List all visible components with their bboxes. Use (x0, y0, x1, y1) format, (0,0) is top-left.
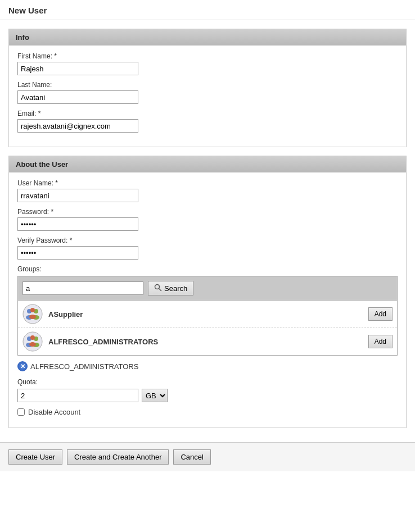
last-name-group: Last Name: (17, 81, 398, 104)
verify-password-input[interactable] (17, 246, 138, 260)
disable-account-group: Disable Account (17, 408, 398, 416)
disable-account-label: Disable Account (28, 408, 80, 416)
quota-unit-select[interactable]: GB MB KB (142, 389, 168, 402)
quota-row: GB MB KB (17, 389, 398, 402)
search-button[interactable]: Search (148, 281, 193, 295)
username-group: User Name: * (17, 179, 398, 202)
selected-groups: ✕ ALFRESCO_ADMINISTRATORS (17, 361, 398, 371)
first-name-group: First Name: * (17, 52, 398, 75)
add-asupplier-button[interactable]: Add (368, 307, 393, 321)
last-name-label: Last Name: (17, 81, 398, 89)
svg-point-15 (29, 342, 36, 347)
about-section-header: About the User (9, 156, 406, 172)
group-results: ASupplier Add (17, 301, 398, 356)
username-label: User Name: * (17, 179, 398, 187)
groups-search-input[interactable] (22, 281, 143, 295)
groups-label: Groups: (17, 265, 398, 273)
search-icon (154, 284, 162, 293)
svg-point-8 (29, 315, 36, 319)
password-group: Password: * (17, 208, 398, 231)
add-alfresco-button[interactable]: Add (368, 335, 393, 348)
groups-section: Groups: Search (17, 265, 398, 356)
svg-line-1 (159, 288, 162, 291)
email-group: Email: * (17, 110, 398, 133)
disable-account-checkbox[interactable] (17, 408, 25, 416)
info-section: Info First Name: * Last Name: Email: * (8, 29, 407, 147)
username-input[interactable] (17, 189, 138, 202)
about-section: About the User User Name: * Password: * … (8, 156, 407, 428)
create-and-create-another-button[interactable]: Create and Create Another (67, 449, 169, 465)
group-item: ALFRESCO_ADMINISTRATORS Add (18, 328, 397, 355)
svg-point-0 (155, 284, 160, 289)
verify-password-label: Verify Password: * (17, 237, 398, 244)
quota-section: Quota: GB MB KB (17, 378, 398, 402)
last-name-input[interactable] (17, 90, 138, 104)
cancel-button[interactable]: Cancel (173, 449, 210, 465)
footer-buttons: Create User Create and Create Another Ca… (0, 442, 415, 471)
create-user-button[interactable]: Create User (8, 449, 62, 465)
password-input[interactable] (17, 217, 138, 231)
group-name-alfresco: ALFRESCO_ADMINISTRATORS (48, 338, 363, 346)
groups-search-row: Search (17, 276, 398, 301)
first-name-input[interactable] (17, 62, 138, 75)
group-item: ASupplier Add (18, 301, 397, 328)
group-icon-alfresco (22, 331, 43, 352)
email-label: Email: * (17, 110, 398, 117)
selected-group-name: ALFRESCO_ADMINISTRATORS (30, 362, 138, 371)
quota-input[interactable] (17, 389, 138, 402)
verify-password-group: Verify Password: * (17, 237, 398, 260)
info-section-header: Info (9, 29, 406, 46)
svg-point-7 (30, 308, 35, 312)
svg-point-2 (23, 304, 42, 324)
first-name-label: First Name: * (17, 52, 398, 60)
password-label: Password: * (17, 208, 398, 216)
email-input[interactable] (17, 119, 138, 133)
svg-point-9 (23, 332, 42, 351)
remove-alfresco-button[interactable]: ✕ (17, 361, 28, 371)
group-icon-asupplier (22, 304, 43, 324)
quota-label: Quota: (17, 378, 398, 386)
svg-point-14 (30, 335, 35, 340)
page-title: New User (0, 0, 415, 20)
group-name-asupplier: ASupplier (48, 310, 363, 319)
